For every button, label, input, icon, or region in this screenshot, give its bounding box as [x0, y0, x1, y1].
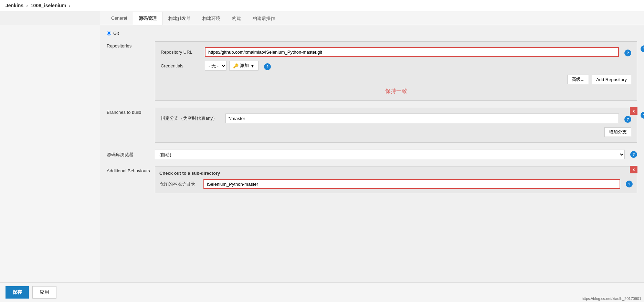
- footer-url: https://blog.cs.net/xiaolh_20170901: [582, 296, 641, 300]
- tab-trigger[interactable]: 构建触发器: [162, 12, 197, 25]
- bottom-bar: 保存 应用: [0, 282, 644, 300]
- breadcrumb-bar: Jenkins › 1008_iselenium ›: [0, 0, 644, 11]
- add-btn-dropdown-arrow: ▼: [250, 63, 255, 68]
- source-browser-label: 源码库浏览器: [107, 150, 155, 158]
- git-label: Git: [113, 31, 119, 36]
- behaviour-delete-button[interactable]: x: [630, 166, 637, 173]
- git-radio[interactable]: [107, 31, 111, 35]
- keep-consistent-text: 保持一致: [161, 88, 631, 95]
- branch-spec-input[interactable]: [225, 114, 619, 123]
- repositories-label: Repositories: [107, 41, 155, 48]
- repositories-content: Repository URL ? Credentials - 无 - 🔑 添加 …: [155, 41, 637, 101]
- key-icon: 🔑: [233, 63, 239, 68]
- sub-dir-label: 仓库的本地子目录: [159, 181, 201, 187]
- branches-section: Branches to build x 指定分支（为空时代表any） ? 增加分…: [107, 108, 637, 143]
- repo-url-row: Repository URL ?: [161, 47, 631, 57]
- tab-env[interactable]: 构建环境: [197, 12, 226, 25]
- source-browser-section: 源码库浏览器 (自动) ?: [107, 150, 637, 159]
- add-repository-button[interactable]: Add Repository: [592, 75, 631, 84]
- breadcrumb-project[interactable]: 1008_iselenium: [31, 3, 66, 8]
- add-branch-button[interactable]: 增加分支: [604, 127, 631, 137]
- branches-global-help-icon[interactable]: ?: [641, 112, 644, 119]
- repositories-global-help-icon[interactable]: ?: [641, 45, 644, 52]
- tab-build[interactable]: 构建: [226, 12, 247, 25]
- repo-buttons-row: 高级... Add Repository: [161, 75, 631, 84]
- credentials-label: Credentials: [161, 63, 202, 68]
- branch-spec-row: 指定分支（为空时代表any） ?: [161, 114, 631, 123]
- save-button[interactable]: 保存: [6, 286, 29, 299]
- sidebar: [0, 25, 100, 300]
- tab-bar: General 源码管理 构建触发器 构建环境 构建 构建后操作: [100, 11, 644, 25]
- branches-label: Branches to build: [107, 108, 155, 115]
- breadcrumb-jenkins[interactable]: Jenkins: [6, 3, 23, 8]
- credentials-select[interactable]: - 无 -: [205, 61, 226, 71]
- tab-post[interactable]: 构建后操作: [247, 12, 281, 25]
- source-browser-help-icon[interactable]: ?: [630, 151, 637, 158]
- additional-behaviours-label: Additional Behaviours: [107, 166, 155, 173]
- advanced-button[interactable]: 高级...: [567, 75, 589, 84]
- tab-general[interactable]: General: [105, 12, 133, 25]
- repo-url-input[interactable]: [205, 47, 619, 57]
- add-branch-row: 增加分支: [161, 127, 631, 137]
- behaviour-title: Check out to a sub-directory: [159, 171, 633, 176]
- behaviour-box: x Check out to a sub-directory 仓库的本地子目录 …: [155, 166, 637, 193]
- branch-help-icon[interactable]: ?: [624, 116, 631, 123]
- apply-button[interactable]: 应用: [32, 286, 56, 299]
- credentials-help-icon[interactable]: ?: [264, 63, 271, 70]
- credentials-add-button[interactable]: 🔑 添加 ▼: [229, 61, 258, 71]
- add-btn-label: 添加: [240, 63, 249, 69]
- source-browser-content: (自动) ?: [155, 150, 637, 159]
- breadcrumb-arrow1: ›: [26, 3, 28, 8]
- additional-behaviours-content: x Check out to a sub-directory 仓库的本地子目录 …: [155, 166, 637, 193]
- repositories-section: Repositories Repository URL ? Credential…: [107, 41, 637, 101]
- browser-select-row: (自动) ?: [155, 150, 637, 159]
- repo-url-help-icon[interactable]: ?: [624, 50, 631, 56]
- branches-content: x 指定分支（为空时代表any） ? 增加分支: [155, 108, 637, 143]
- sub-dir-input[interactable]: [203, 179, 620, 189]
- breadcrumb-arrow2: ›: [69, 3, 71, 8]
- tab-source[interactable]: 源码管理: [133, 12, 162, 25]
- sub-dir-help-icon[interactable]: ?: [626, 181, 633, 187]
- repo-url-label: Repository URL: [161, 50, 202, 55]
- branches-delete-button[interactable]: x: [630, 107, 637, 115]
- content-area: Git Repositories Repository URL ? Creden…: [100, 25, 644, 300]
- additional-behaviours-section: Additional Behaviours x Check out to a s…: [107, 166, 637, 193]
- git-radio-row: Git: [107, 31, 637, 36]
- main-container: Git Repositories Repository URL ? Creden…: [0, 25, 644, 300]
- sub-dir-row: 仓库的本地子目录 ?: [159, 179, 633, 189]
- credentials-row: Credentials - 无 - 🔑 添加 ▼ ?: [161, 61, 631, 71]
- source-browser-select[interactable]: (自动): [155, 150, 625, 159]
- branch-spec-label: 指定分支（为空时代表any）: [161, 115, 223, 121]
